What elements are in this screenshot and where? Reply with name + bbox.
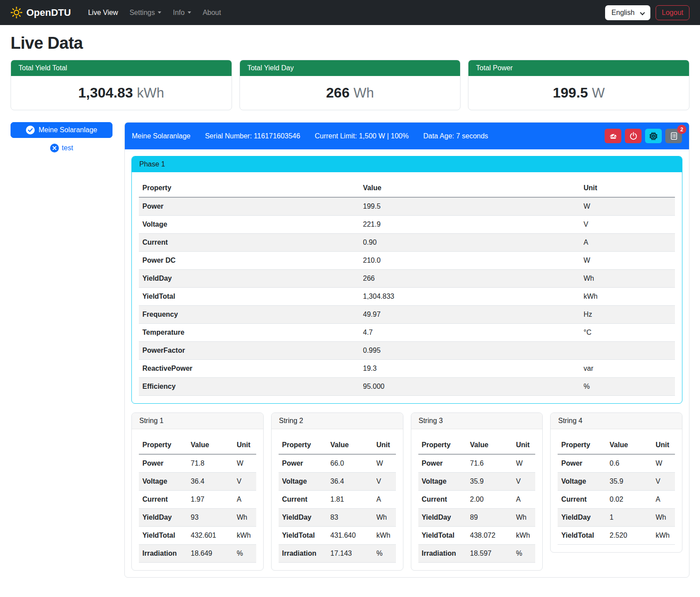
row-unit: Wh — [373, 509, 396, 527]
row-property: Irradiation — [139, 545, 187, 563]
row-value: 18.597 — [467, 545, 513, 563]
row-value: 19.3 — [359, 360, 580, 378]
brand-link[interactable]: OpenDTU — [11, 7, 71, 18]
table-row: YieldDay 93 Wh — [139, 509, 256, 527]
nav-item-live-view[interactable]: Live View — [82, 5, 123, 20]
row-unit: kWh — [512, 527, 535, 545]
power-button[interactable] — [625, 129, 642, 143]
inverter-select-label: Meine Solaranlage — [39, 126, 97, 134]
chevron-down-icon — [188, 11, 191, 14]
column-property: Property — [418, 436, 467, 454]
row-property: Power — [558, 454, 606, 473]
row-value: 2.520 — [606, 527, 652, 545]
row-property: YieldTotal — [279, 527, 327, 545]
table-row: Frequency 49.97 Hz — [139, 306, 675, 324]
test-inverter-link[interactable]: test — [11, 144, 112, 152]
table-row: Irradiation 18.649 % — [139, 545, 256, 563]
row-property: Current — [279, 491, 327, 509]
row-value: 35.9 — [467, 473, 513, 491]
table-row: Current 0.02 A — [558, 491, 675, 509]
card-unit: Wh — [353, 85, 374, 101]
column-unit: Unit — [373, 436, 396, 454]
card-title: Total Yield Total — [11, 60, 232, 76]
row-property: Power — [279, 454, 327, 473]
string-table: Property Value Unit Power — [418, 436, 536, 563]
journal-events-icon — [670, 132, 678, 140]
page-title: Live Data — [11, 34, 689, 53]
inverter-limit: Current Limit: 1,500 W | 100% — [315, 132, 409, 140]
table-row: Voltage 36.4 V — [139, 473, 256, 491]
row-value: 1.97 — [187, 491, 233, 509]
row-property: YieldDay — [139, 270, 359, 288]
nav-item-label: Settings — [130, 9, 155, 17]
row-property: YieldTotal — [139, 527, 187, 545]
nav-item-about[interactable]: About — [197, 5, 227, 20]
row-value: 431.640 — [327, 527, 373, 545]
row-property: Voltage — [139, 216, 359, 234]
row-unit: kWh — [580, 288, 675, 306]
table-row: YieldDay 1 Wh — [558, 509, 675, 527]
inverter-select-button[interactable]: Meine Solaranlage — [11, 122, 112, 138]
row-property: YieldTotal — [558, 527, 606, 545]
language-select[interactable]: English — [605, 5, 650, 20]
row-property: Efficiency — [139, 378, 359, 396]
row-value: 4.7 — [359, 324, 580, 342]
cpu-info-button[interactable] — [645, 129, 662, 143]
row-value: 438.072 — [467, 527, 513, 545]
table-row: Power 199.5 W — [139, 197, 675, 216]
row-property: Irradiation — [418, 545, 467, 563]
row-property: Voltage — [418, 473, 467, 491]
row-property: Frequency — [139, 306, 359, 324]
table-row: YieldTotal 431.640 kWh — [279, 527, 396, 545]
row-property: Power — [139, 454, 187, 473]
table-row: Voltage 221.9 V — [139, 216, 675, 234]
row-unit: % — [233, 545, 256, 563]
limit-settings-button[interactable] — [605, 129, 621, 143]
string-1-card: String 1 Property Value Unit — [131, 412, 264, 571]
row-unit: A — [580, 234, 675, 252]
row-value: 36.4 — [327, 473, 373, 491]
row-unit: W — [580, 197, 675, 216]
total-power-card: Total Power 199.5W — [468, 60, 689, 110]
row-value: 0.6 — [606, 454, 652, 473]
nav-item-label: About — [203, 9, 221, 17]
row-value: 17.143 — [327, 545, 373, 563]
column-unit: Unit — [512, 436, 535, 454]
card-value: 1,304.83 — [78, 85, 133, 101]
column-property: Property — [558, 436, 606, 454]
row-value: 1,304.833 — [359, 288, 580, 306]
row-value: 1 — [606, 509, 652, 527]
card-title: Total Power — [468, 60, 689, 76]
row-unit: % — [373, 545, 396, 563]
row-unit: A — [233, 491, 256, 509]
row-value: 0.90 — [359, 234, 580, 252]
nav-item-info[interactable]: Info — [167, 5, 197, 20]
row-value: 89 — [467, 509, 513, 527]
table-row: Voltage 35.9 V — [418, 473, 536, 491]
event-log-button[interactable]: 2 — [665, 129, 682, 143]
column-property: Property — [279, 436, 327, 454]
row-unit: °C — [580, 324, 675, 342]
table-header-row: Property Value Unit — [279, 436, 396, 454]
logout-button[interactable]: Logout — [656, 5, 689, 20]
table-row: Power 71.6 W — [418, 454, 536, 473]
row-property: YieldDay — [139, 509, 187, 527]
column-unit: Unit — [580, 179, 675, 197]
nav-item-settings[interactable]: Settings — [124, 5, 167, 20]
table-row: Irradiation 18.597 % — [418, 545, 536, 563]
string-title: String 1 — [132, 413, 263, 429]
row-value: 71.8 — [187, 454, 233, 473]
row-value: 1.81 — [327, 491, 373, 509]
row-unit: V — [373, 473, 396, 491]
row-value: 0.995 — [359, 342, 580, 360]
row-unit: Wh — [580, 270, 675, 288]
row-unit: Hz — [580, 306, 675, 324]
row-property: Current — [418, 491, 467, 509]
language-value: English — [612, 9, 635, 16]
string-2-card: String 2 Property Value Unit — [271, 412, 403, 571]
table-row: Power 71.8 W — [139, 454, 256, 473]
row-value: 210.0 — [359, 252, 580, 270]
row-value: 66.0 — [327, 454, 373, 473]
table-row: Current 0.90 A — [139, 234, 675, 252]
row-property: Voltage — [558, 473, 606, 491]
